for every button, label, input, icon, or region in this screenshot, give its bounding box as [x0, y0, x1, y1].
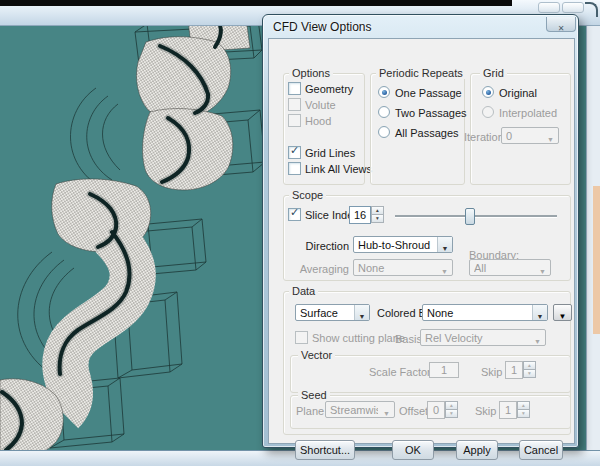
chevron-down-icon: ▼ — [534, 338, 541, 345]
arrow-up-icon: ▲ — [447, 403, 456, 409]
check-icon: ✓ — [290, 206, 299, 219]
cfd-view-options-dialog: CFD View Options ✕ Options Geometry Volu… — [262, 14, 579, 448]
spin-down-button: ▼ — [445, 409, 458, 418]
combo-arrow-zone[interactable]: ▼ — [354, 305, 369, 320]
screen: CFD View Options ✕ Options Geometry Volu… — [0, 0, 600, 466]
checkbox-box — [295, 331, 308, 344]
close-icon: ✕ — [558, 24, 565, 33]
chevron-down-icon: ▼ — [359, 313, 366, 320]
combo-arrow-zone: ▼ — [535, 260, 550, 275]
seed-skip-spinner: 1 ▲ ▼ — [499, 401, 530, 419]
vector-skip-spinner: 1 ▲ ▼ — [505, 361, 536, 379]
plane-select: Streamwise ▼ — [325, 401, 395, 418]
radio-circle — [482, 106, 494, 118]
combo-arrow-zone: ▼ — [437, 260, 452, 275]
offset-spinner: 0 ▲ ▼ — [427, 401, 458, 419]
spinner-buttons[interactable]: ▲ ▼ — [371, 206, 384, 224]
side-panel-edge — [586, 26, 600, 450]
radio-label: Two Passages — [395, 107, 467, 119]
combo-arrow-zone: ▼ — [379, 402, 394, 417]
radio-circle — [378, 106, 390, 118]
spin-down-button[interactable]: ▼ — [371, 214, 384, 223]
direction-select[interactable]: Hub-to-Shroud ▼ — [353, 236, 453, 253]
periodic-repeats-group-label: Periodic Repeats — [376, 67, 466, 79]
seed-skip-value: 1 — [499, 401, 517, 419]
offset-label: Offset — [399, 405, 428, 417]
basis-select: Rel Velocity ▼ — [420, 329, 546, 346]
side-panel-content — [593, 186, 600, 334]
iteration-select: 0 ▼ — [501, 127, 559, 144]
arrow-down-icon: ▼ — [373, 216, 382, 222]
spinner-buttons: ▲ ▼ — [523, 361, 536, 379]
app-window-top-edge — [0, 0, 512, 6]
combo-arrow-zone: ▼ — [543, 128, 558, 143]
slider-track[interactable] — [395, 215, 557, 217]
chevron-down-icon: ▼ — [537, 313, 544, 320]
arrow-up-icon: ▲ — [525, 363, 534, 369]
checkbox-box — [288, 162, 301, 175]
scale-factor-label: Scale Factor — [369, 366, 425, 378]
seed-group-label: Seed — [298, 389, 330, 401]
checkbox-label: Show cutting plane — [312, 332, 405, 344]
checkbox-box: ✓ — [288, 208, 301, 221]
spin-down-button: ▼ — [517, 409, 530, 418]
colored-by-expand-button[interactable]: ▼ — [553, 304, 572, 321]
check-icon: ✓ — [290, 144, 299, 157]
boundary-value: All — [474, 262, 534, 274]
checkbox-box — [288, 114, 301, 127]
arrow-down-icon: ▼ — [519, 411, 528, 417]
slice-index-spinner[interactable]: 16 ▲ ▼ — [349, 206, 385, 224]
spinner-buttons: ▲ ▼ — [517, 401, 530, 419]
radio-label: Interpolated — [499, 107, 557, 119]
combo-arrow-zone[interactable]: ▼ — [437, 237, 452, 252]
checkbox-label: Grid Lines — [305, 147, 355, 159]
options-group-label: Options — [289, 67, 333, 79]
app-maximize-button[interactable] — [562, 2, 584, 13]
cancel-button[interactable]: Cancel — [519, 440, 563, 460]
checkbox-box — [288, 82, 301, 95]
radio-label: All Passages — [395, 127, 459, 139]
app-minimize-button[interactable] — [538, 2, 560, 13]
averaging-label: Averaging — [299, 263, 349, 275]
direction-value: Hub-to-Shroud — [358, 239, 436, 251]
seed-skip-label: Skip — [475, 405, 496, 417]
slice-index-slider[interactable] — [395, 208, 557, 225]
arrow-up-icon: ▲ — [519, 403, 528, 409]
slice-index-value[interactable]: 16 — [349, 206, 371, 224]
spinner-buttons: ▲ ▼ — [445, 401, 458, 419]
combo-arrow-zone: ▼ — [530, 330, 545, 345]
close-button[interactable]: ✕ — [546, 17, 576, 32]
checkbox-label: Geometry — [305, 83, 353, 95]
offset-value: 0 — [427, 401, 445, 419]
radio-circle — [378, 86, 390, 98]
checkbox-box — [288, 98, 301, 111]
direction-label: Direction — [299, 240, 349, 252]
arrow-up-icon: ▲ — [373, 208, 382, 214]
vector-skip-value: 1 — [505, 361, 523, 379]
chevron-down-icon: ▼ — [383, 410, 390, 417]
iteration-value: 0 — [506, 130, 542, 142]
plane-label: Plane — [296, 405, 324, 417]
checkbox-label: Hood — [305, 115, 331, 127]
averaging-select: None ▼ — [353, 259, 453, 276]
dialog-client-area: Options Geometry Volute Hood ✓ Grid Line… — [268, 38, 575, 444]
surface-select[interactable]: Surface ▼ — [295, 304, 370, 321]
plane-value: Streamwise — [330, 404, 378, 416]
averaging-value: None — [358, 262, 436, 274]
slider-thumb[interactable] — [465, 208, 475, 225]
vector-skip-label: Skip — [481, 366, 502, 378]
arrow-down-icon: ▼ — [525, 371, 534, 377]
scale-factor-field: 1 — [429, 362, 459, 378]
radio-circle — [482, 86, 494, 98]
arrow-down-icon: ▼ — [447, 411, 456, 417]
checkbox-label: Link All Views — [305, 163, 372, 175]
spin-down-button: ▼ — [523, 369, 536, 378]
apply-button[interactable]: Apply — [456, 440, 498, 460]
ok-button[interactable]: OK — [392, 440, 434, 460]
chevron-down-icon: ▼ — [547, 136, 554, 143]
shortcut-button[interactable]: Shortcut... — [295, 440, 355, 460]
chevron-down-icon: ▼ — [441, 268, 448, 275]
basis-value: Rel Velocity — [425, 332, 529, 344]
colored-by-select[interactable]: None ▼ — [422, 304, 548, 321]
combo-arrow-zone[interactable]: ▼ — [532, 305, 547, 320]
